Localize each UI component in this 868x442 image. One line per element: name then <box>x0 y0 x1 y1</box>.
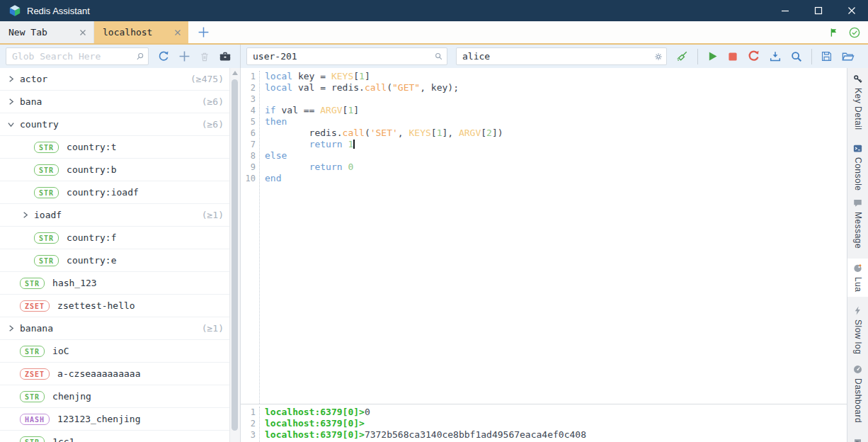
search-script-button[interactable] <box>790 50 803 63</box>
run-script-button[interactable] <box>707 50 719 62</box>
tree-key-country-e[interactable]: STRcountry:e <box>0 249 229 272</box>
tree-folder-label: ioadf <box>34 210 62 220</box>
tab-new-tab[interactable]: New Tab <box>0 21 94 43</box>
tree-key-chenjng[interactable]: STRchenjng <box>0 385 229 408</box>
add-tab-button[interactable] <box>188 21 218 43</box>
console-content: localhost:6379[0]>0localhost:6379[0]>loc… <box>259 407 847 442</box>
line-number: 7 <box>241 139 256 150</box>
chevron-right-icon[interactable] <box>7 75 15 83</box>
app-logo-icon <box>8 4 21 17</box>
tree-key-country-b[interactable]: STRcountry:b <box>0 159 229 181</box>
close-tab-icon[interactable] <box>173 28 183 38</box>
toolbar <box>0 45 868 68</box>
code-line[interactable]: local key = KEYS[1] <box>265 71 847 82</box>
delete-key-button[interactable] <box>199 51 210 62</box>
rail-tab-console[interactable]: Console <box>847 143 868 191</box>
code-line[interactable]: end <box>265 173 847 184</box>
tree-folder-actor[interactable]: actor(≥475) <box>0 68 229 91</box>
line-number: 1 <box>241 71 256 82</box>
key-detail-icon <box>852 74 863 84</box>
console-prompt: localhost:6379[0]> <box>265 407 365 417</box>
rail-tab-slow-log[interactable]: Slow log <box>847 305 868 354</box>
code-line[interactable]: then <box>265 116 847 128</box>
chevron-right-icon[interactable] <box>7 98 15 106</box>
gear-icon[interactable] <box>653 52 663 62</box>
tree-key-country-t[interactable]: STRcountry:t <box>0 136 229 159</box>
editor-content[interactable]: local key = KEYS[1]local val = redis.cal… <box>259 71 847 404</box>
tab-label: localhost <box>103 27 173 38</box>
stop-script-button[interactable] <box>727 51 738 62</box>
code-line[interactable] <box>265 94 847 105</box>
tree-key-country-f[interactable]: STRcountry:f <box>0 227 229 249</box>
editor-gutter: 12345678910 <box>241 71 259 404</box>
console-gutter: 123 <box>241 407 259 442</box>
scroll-up-button[interactable] <box>230 70 240 76</box>
lua-editor[interactable]: 12345678910 local key = KEYS[1]local val… <box>241 68 847 404</box>
tree-folder-ioadf[interactable]: ioadf(≥1) <box>0 204 229 227</box>
tree-key-label: a-czseaaaaaaaaa <box>57 368 140 379</box>
script-value-input[interactable] <box>456 47 667 65</box>
line-number: 1 <box>241 407 256 418</box>
chevron-right-icon[interactable] <box>7 324 15 332</box>
tree-folder-banana[interactable]: banana(≥1) <box>0 317 229 340</box>
check-circle-icon[interactable] <box>848 26 861 39</box>
format-broom-icon[interactable] <box>675 50 689 63</box>
tab-localhost[interactable]: localhost <box>94 21 188 43</box>
titlebar: Redis Assistant <box>0 0 868 21</box>
script-key-input[interactable] <box>246 47 447 65</box>
load-script-button[interactable] <box>769 50 782 63</box>
tree-key-ioc[interactable]: STRioC <box>0 340 229 363</box>
rail-tab-dashboard[interactable]: Dashboard <box>847 364 868 423</box>
line-number: 5 <box>241 116 256 128</box>
scrollbar-thumb[interactable] <box>232 79 238 431</box>
code-line[interactable]: redis.call('SET', KEYS[1], ARGV[2]) <box>265 128 847 139</box>
tree-key-1cc1[interactable]: STR1cc1 <box>0 431 229 442</box>
tree-key-a-czseaaaaaaaaa[interactable]: ZSETa-czseaaaaaaaaa <box>0 363 229 385</box>
reset-button[interactable] <box>747 50 760 63</box>
chevron-down-icon[interactable] <box>7 120 15 128</box>
message-icon <box>852 198 863 208</box>
rail-tab-message[interactable]: Message <box>847 198 868 249</box>
sidebar-scrollbar[interactable] <box>229 68 240 442</box>
lua-icon <box>852 263 863 273</box>
key-tree: actor(≥475)bana(≥6)country(≥6)STRcountry… <box>0 68 229 442</box>
code-line[interactable]: else <box>265 150 847 162</box>
code-line[interactable]: local val = redis.call("GET", key); <box>265 82 847 94</box>
chevron-right-icon[interactable] <box>21 211 29 219</box>
minimize-button[interactable] <box>768 0 801 21</box>
save-script-button[interactable] <box>821 50 833 62</box>
key-type-badge: STR <box>20 391 45 402</box>
flag-icon[interactable] <box>828 27 840 38</box>
magnifier-icon[interactable] <box>434 52 444 62</box>
key-type-badge: ZSET <box>20 300 50 312</box>
rail-tab-lua[interactable]: Lua <box>847 259 868 297</box>
search-icon[interactable] <box>135 52 145 62</box>
code-line[interactable]: return 1 <box>265 139 847 150</box>
tree-key-123123-chenjing[interactable]: HASH123123_chenjing <box>0 408 229 431</box>
close-tab-icon[interactable] <box>78 28 88 38</box>
line-number: 6 <box>241 128 256 139</box>
toolbox-icon[interactable] <box>219 50 232 63</box>
tree-folder-bana[interactable]: bana(≥6) <box>0 91 229 113</box>
rail-tab-key-detail[interactable]: Key Detail <box>847 74 868 130</box>
line-number: 2 <box>241 418 256 429</box>
code-line[interactable]: if val == ARGV[1] <box>265 105 847 116</box>
add-key-button[interactable] <box>178 50 190 62</box>
console-prompt: localhost:6379[0]> <box>265 429 365 440</box>
tree-key-label: 1cc1 <box>52 436 74 442</box>
open-script-button[interactable] <box>841 50 855 63</box>
refresh-keys-button[interactable] <box>157 50 170 63</box>
close-button[interactable] <box>835 0 868 21</box>
key-count-badge: (≥6) <box>202 96 229 107</box>
key-type-badge: STR <box>20 346 45 357</box>
maximize-button[interactable] <box>801 0 835 21</box>
tree-key-zsettest-hello[interactable]: ZSETzsettest-hello <box>0 295 229 317</box>
tree-key-country-ioadf[interactable]: STRcountry:ioadf <box>0 181 229 204</box>
tree-key-hash-123[interactable]: STRhash_123 <box>0 272 229 295</box>
code-line[interactable]: return 0 <box>265 162 847 173</box>
key-type-badge: HASH <box>20 414 50 425</box>
glob-search-input[interactable] <box>6 47 149 65</box>
rail-tab-memory[interactable]: Me <box>847 438 868 442</box>
tree-folder-country[interactable]: country(≥6) <box>0 113 229 136</box>
memory-icon <box>852 438 863 442</box>
